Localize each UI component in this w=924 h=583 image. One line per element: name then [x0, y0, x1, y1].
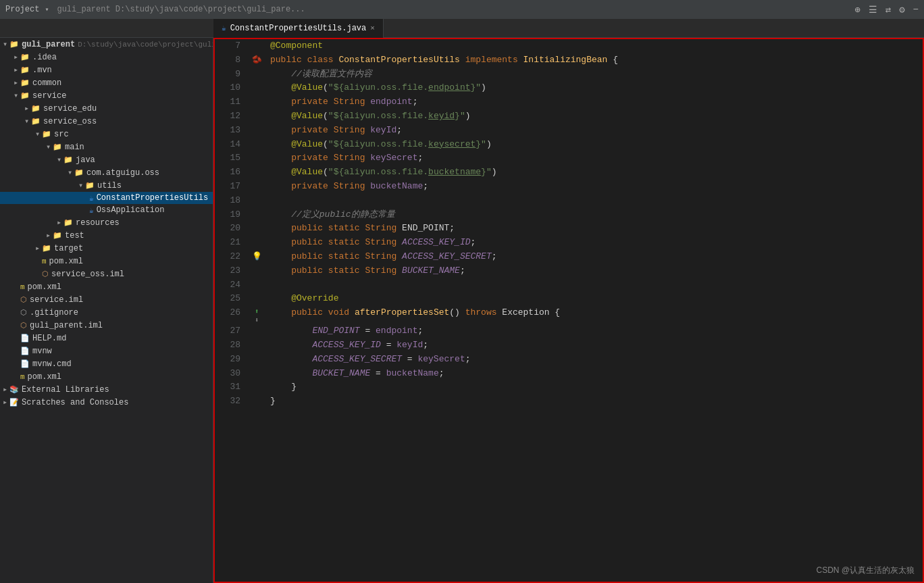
arrow-icon: ▾	[35, 129, 42, 139]
sidebar-label: ConstantPropertiesUtils	[97, 193, 209, 203]
sidebar-item-scratches[interactable]: ▸ 📝 Scratches and Consoles	[0, 396, 213, 409]
arrow-icon: ▸	[57, 218, 63, 228]
tab-file-icon: ☕	[222, 24, 226, 32]
line-content: ACCESS_KEY_ID = keyId;	[265, 338, 923, 353]
line-number: 27	[215, 324, 249, 338]
sidebar-item-main[interactable]: ▾ 📁 main	[0, 141, 213, 153]
project-label[interactable]: Project	[5, 5, 39, 14]
line-number: 26	[215, 306, 249, 324]
sidebar-label: resources	[76, 218, 120, 228]
code-row: 17 private String bucketName;	[215, 180, 923, 194]
sidebar-item-resources[interactable]: ▸ 📁 resources	[0, 216, 213, 229]
sidebar-item-help-md[interactable]: ▸ 📄 HELP.md	[0, 332, 213, 345]
line-number: 23	[215, 264, 249, 278]
sidebar-item-guli-parent[interactable]: ▾ 📁 guli_parent D:\study\java\code\proje…	[0, 38, 213, 51]
line-content: private String bucketName;	[265, 180, 923, 194]
sidebar-item-gitignore[interactable]: ▸ ⬡ .gitignore	[0, 306, 213, 319]
bulb-icon[interactable]: 💡	[252, 252, 262, 261]
sidebar-item-service-iml[interactable]: ▸ ⬡ service.iml	[0, 293, 213, 306]
code-row: 28 ACCESS_KEY_ID = keyId;	[215, 338, 923, 353]
line-gutter	[249, 194, 265, 208]
code-row: 15 private String keySecret;	[215, 151, 923, 166]
arrow-icon: ▾	[57, 155, 63, 165]
xml-icon: m	[20, 283, 25, 291]
line-gutter: 🫘	[249, 53, 265, 68]
line-number: 15	[215, 151, 249, 166]
override-up-icon[interactable]: ⬆	[255, 307, 259, 315]
code-row: 21 public static String ACCESS_KEY_ID;	[215, 236, 923, 250]
sidebar-item-service[interactable]: ▾ 📁 service	[0, 89, 213, 102]
sidebar-label: mvnw	[32, 347, 52, 356]
sidebar-label: common	[32, 78, 61, 88]
tab-close-icon[interactable]: ×	[370, 24, 375, 32]
line-gutter	[249, 367, 265, 381]
sidebar-label: HELP.md	[32, 334, 66, 343]
line-content: ACCESS_KEY_SECRET = keySecret;	[265, 353, 923, 367]
arrow-icon: ▾	[46, 142, 53, 152]
sidebar-item-mvnw-cmd[interactable]: ▸ 📄 mvnw.cmd	[0, 357, 213, 370]
settings-icon[interactable]: ⚙	[899, 4, 904, 16]
minimize-icon[interactable]: −	[913, 4, 919, 16]
sidebar-item-pom-xml-parent[interactable]: ▸ m pom.xml	[0, 370, 213, 383]
dropdown-arrow[interactable]: ▾	[45, 5, 49, 14]
diff-icon[interactable]: ⇄	[886, 4, 891, 16]
line-number: 12	[215, 109, 249, 124]
code-editor[interactable]: 7 @Component 8 🫘 public class ConstantPr…	[213, 38, 924, 583]
sidebar-item-constant-properties-utils[interactable]: ☕ ConstantPropertiesUtils	[0, 192, 213, 204]
tab-constant-properties-utils[interactable]: ☕ ConstantPropertiesUtils.java ×	[213, 19, 384, 38]
sidebar-item-external-libraries[interactable]: ▸ 📚 External Libraries	[0, 383, 213, 396]
add-module-icon[interactable]: ⊕	[854, 4, 860, 16]
line-content: @Value("${aliyun.oss.file.keysecret}")	[265, 138, 923, 152]
line-gutter	[249, 68, 265, 82]
structure-icon[interactable]: ☰	[869, 4, 877, 16]
line-gutter	[249, 395, 265, 409]
sidebar-label: mvnw.cmd	[32, 359, 72, 369]
sidebar-item-service-oss-iml[interactable]: ▸ ⬡ service_oss.iml	[0, 268, 213, 280]
code-row: 29 ACCESS_KEY_SECRET = keySecret;	[215, 353, 923, 367]
line-content	[265, 194, 923, 208]
sidebar-item-oss-application[interactable]: ☕ OssApplication	[0, 204, 213, 216]
line-content: private String keySecret;	[265, 151, 923, 166]
sidebar-item-mvnw[interactable]: ▸ 📄 mvnw	[0, 345, 213, 357]
line-content: public static String END_POINT;	[265, 222, 923, 236]
folder-icon: 📁	[85, 181, 95, 190]
sidebar-label: src	[54, 130, 69, 139]
line-content: BUCKET_NAME = bucketName;	[265, 367, 923, 381]
sidebar-item-pom-xml-root[interactable]: ▸ m pom.xml	[0, 280, 213, 293]
sidebar-item-pom-xml-oss[interactable]: ▸ m pom.xml	[0, 255, 213, 268]
sidebar-item-service-oss[interactable]: ▾ 📁 service_oss	[0, 115, 213, 128]
folder-icon: 📁	[20, 66, 30, 74]
line-number: 22	[215, 250, 249, 264]
line-gutter	[249, 264, 265, 278]
sidebar-item-utils[interactable]: ▾ 📁 utils	[0, 179, 213, 192]
line-number: 24	[215, 278, 249, 293]
sidebar-label: Scratches and Consoles	[22, 398, 128, 407]
override-down-icon[interactable]: ⬇	[255, 316, 259, 324]
line-gutter: 💡	[249, 250, 265, 264]
watermark: CSDN @认真生活的灰太狼	[816, 565, 915, 576]
line-content	[265, 278, 923, 293]
code-row: 22 💡 public static String ACCESS_KEY_SEC…	[215, 250, 923, 264]
line-number: 21	[215, 236, 249, 250]
sidebar-item-src[interactable]: ▾ 📁 src	[0, 128, 213, 141]
line-gutter	[249, 324, 265, 338]
sidebar-item-test[interactable]: ▸ 📁 test	[0, 229, 213, 242]
line-gutter	[249, 166, 265, 180]
sidebar-item-java[interactable]: ▾ 📁 java	[0, 153, 213, 166]
sidebar-item-service-edu[interactable]: ▸ 📁 service_edu	[0, 102, 213, 115]
sidebar-item-target[interactable]: ▸ 📁 target	[0, 242, 213, 255]
folder-icon: 📁	[74, 168, 84, 177]
line-gutter	[249, 81, 265, 95]
folder-icon: 📁	[63, 155, 73, 164]
sidebar-label: pom.xml	[28, 372, 61, 382]
sidebar-item-com-atguigu-oss[interactable]: ▾ 📁 com.atguigu.oss	[0, 166, 213, 179]
line-content: @Component	[265, 39, 923, 53]
sidebar-label: service.iml	[30, 295, 83, 305]
sidebar-item-idea[interactable]: ▸ 📁 .idea	[0, 51, 213, 64]
sidebar-item-common[interactable]: ▸ 📁 common	[0, 76, 213, 89]
sidebar-item-mvn[interactable]: ▸ 📁 .mvn	[0, 64, 213, 76]
sidebar-item-guli-parent-iml[interactable]: ▸ ⬡ guli_parent.iml	[0, 319, 213, 332]
line-gutter	[249, 208, 265, 222]
folder-icon: 📁	[31, 104, 41, 113]
line-number: 20	[215, 222, 249, 236]
